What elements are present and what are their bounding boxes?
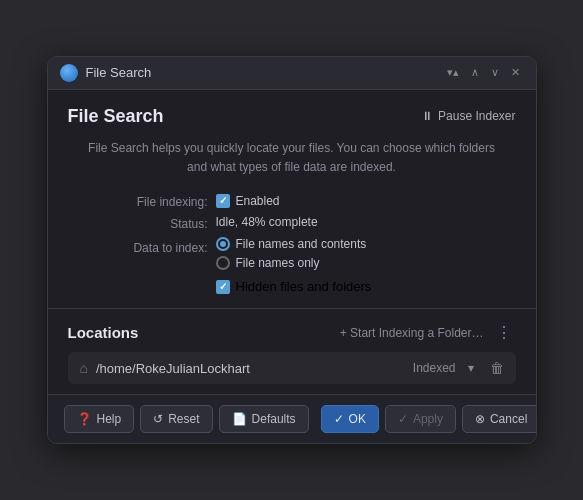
data-radio-group: File names and contents File names only … [216,237,506,294]
hidden-files-label: Hidden files and folders [236,279,372,294]
radio-option2-label: File names only [236,256,320,270]
radio-file-names-only[interactable]: File names only [216,256,506,270]
indexing-enabled-label: Enabled [236,194,280,208]
add-folder-button[interactable]: + Start Indexing a Folder… [340,326,484,340]
footer: ❓ Help ↺ Reset 📄 Defaults ✓ OK ✓ Apply ⊗… [48,394,536,443]
indexing-label: File indexing: [78,193,208,209]
folder-status-arrow[interactable]: ▾ [468,361,474,375]
home-icon: ⌂ [80,360,88,376]
locations-header: Locations + Start Indexing a Folder… ⋮ [68,323,516,342]
radio-checked-icon [216,237,230,251]
status-label: Status: [78,215,208,231]
description-text: File Search helps you quickly locate you… [68,139,516,177]
apply-label: Apply [413,412,443,426]
folder-row: ⌂ /home/RokeJulianLockhart Indexed ▾ 🗑 [68,352,516,384]
window-controls: ▾▴ ∧ ∨ ✕ [443,64,524,81]
reset-label: Reset [168,412,199,426]
help-label: Help [97,412,122,426]
reset-icon: ↺ [153,412,163,426]
defaults-icon: 📄 [232,412,247,426]
ok-button[interactable]: ✓ OK [321,405,379,433]
folder-path: /home/RokeJulianLockhart [96,361,405,376]
apply-icon: ✓ [398,412,408,426]
indexing-checkbox[interactable]: ✓ [216,194,230,208]
divider [48,308,536,309]
indexing-value-row: ✓ Enabled [216,193,506,209]
hidden-files-row: ✓ Hidden files and folders [216,279,506,294]
radio-unchecked-icon [216,256,230,270]
more-options-button[interactable]: ⋮ [492,323,516,342]
ok-icon: ✓ [334,412,344,426]
file-search-window: File Search ▾▴ ∧ ∨ ✕ File Search ⏸ Pause… [47,56,537,444]
main-content: File Search ⏸ Pause Indexer File Search … [48,90,536,294]
shade-btn[interactable]: ∧ [467,64,483,81]
locations-title: Locations [68,324,139,341]
cancel-button[interactable]: ⊗ Cancel [462,405,537,433]
radio-option1-label: File names and contents [236,237,367,251]
page-header: File Search ⏸ Pause Indexer [68,106,516,127]
cancel-icon: ⊗ [475,412,485,426]
maximize-btn[interactable]: ∨ [487,64,503,81]
apply-button[interactable]: ✓ Apply [385,405,456,433]
locations-section: Locations + Start Indexing a Folder… ⋮ ⌂… [48,313,536,394]
window-title: File Search [86,65,435,80]
reset-button[interactable]: ↺ Reset [140,405,212,433]
folder-delete-button[interactable]: 🗑 [490,360,504,376]
minimize-btn[interactable]: ▾▴ [443,64,463,81]
defaults-label: Defaults [252,412,296,426]
help-icon: ❓ [77,412,92,426]
cancel-label: Cancel [490,412,527,426]
folder-status: Indexed [413,361,456,375]
data-label: Data to index: [78,237,208,294]
status-value: Idle, 48% complete [216,215,506,231]
settings-grid: File indexing: ✓ Enabled Status: Idle, 4… [68,193,516,294]
titlebar: File Search ▾▴ ∧ ∨ ✕ [48,57,536,90]
defaults-button[interactable]: 📄 Defaults [219,405,309,433]
page-title: File Search [68,106,164,127]
hidden-check-icon: ✓ [219,282,227,292]
check-icon: ✓ [219,196,227,206]
radio-file-names-contents[interactable]: File names and contents [216,237,506,251]
pause-label: Pause Indexer [438,109,515,123]
help-button[interactable]: ❓ Help [64,405,135,433]
close-btn[interactable]: ✕ [507,64,524,81]
add-folder-label: + Start Indexing a Folder… [340,326,484,340]
ok-label: OK [349,412,366,426]
pause-icon: ⏸ [421,109,433,123]
pause-indexer-button[interactable]: ⏸ Pause Indexer [421,109,515,123]
app-icon [60,64,78,82]
hidden-files-checkbox[interactable]: ✓ [216,280,230,294]
locations-actions: + Start Indexing a Folder… ⋮ [340,323,516,342]
